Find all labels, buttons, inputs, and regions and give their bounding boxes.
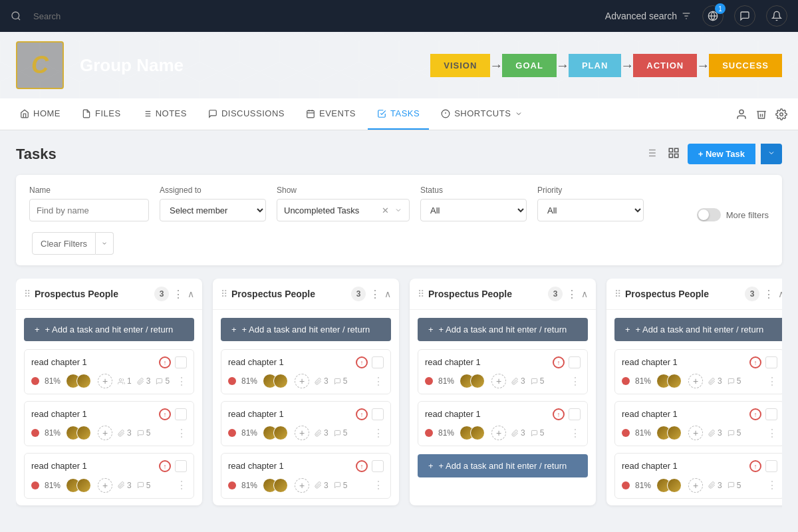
nav-shortcuts[interactable]: SHORTCUTS — [432, 98, 532, 130]
filter-status-select[interactable]: All — [420, 199, 527, 221]
col-3-chevron[interactable]: ∧ — [581, 289, 588, 299]
new-task-dropdown-button[interactable] — [761, 144, 782, 164]
add-avatar-button[interactable]: + — [98, 478, 112, 493]
task-checkbox[interactable] — [372, 356, 384, 368]
clear-filters-button[interactable]: Clear Filters — [32, 232, 96, 255]
col-1-drag-handle[interactable]: ⠿ — [24, 289, 31, 299]
step-success-button[interactable]: SUCCESS — [709, 54, 782, 77]
task-more-button[interactable]: ⋮ — [767, 375, 777, 388]
col-2-drag-handle[interactable]: ⠿ — [221, 289, 227, 299]
add-avatar-button[interactable]: + — [491, 374, 506, 388]
task-meta: 81% + 3 — [228, 426, 384, 440]
task-checkbox[interactable] — [175, 408, 187, 420]
task-more-button[interactable]: ⋮ — [570, 427, 581, 440]
bell-button[interactable] — [766, 5, 787, 27]
comments-count: 5 — [137, 428, 151, 438]
task-checkbox[interactable] — [569, 356, 581, 368]
trash-icon[interactable] — [755, 108, 767, 120]
task-more-button[interactable]: ⋮ — [767, 479, 777, 491]
task-more-button[interactable]: ⋮ — [176, 427, 187, 440]
comments-count: 5 — [334, 376, 348, 386]
clear-filters-dropdown-button[interactable] — [96, 232, 114, 255]
settings-icon[interactable] — [775, 108, 787, 120]
comment-icon — [137, 430, 144, 437]
grid-view-button[interactable] — [665, 144, 682, 164]
filter-show-tag[interactable]: Uncompleted Tasks ✕ — [277, 199, 410, 221]
task-checkbox[interactable] — [372, 460, 384, 472]
add-avatar-button[interactable]: + — [98, 426, 112, 440]
col-2-add-icon: + — [231, 325, 237, 334]
nav-home[interactable]: HOME — [11, 98, 70, 130]
col-4-add-task-button[interactable]: + + Add a task and hit enter / return — [614, 318, 782, 341]
add-avatar-button[interactable]: + — [688, 374, 703, 388]
step-vision-button[interactable]: VISION — [430, 54, 490, 77]
task-more-button[interactable]: ⋮ — [767, 427, 777, 440]
col-4-drag-handle[interactable]: ⠿ — [614, 289, 621, 299]
col-3-add-task-top-button[interactable]: + + Add a task and hit enter / return — [418, 318, 588, 341]
nav-events[interactable]: EVENTS — [297, 98, 365, 130]
filter-assigned-select[interactable]: Select member — [160, 199, 266, 221]
col-3-menu[interactable]: ⋮ — [567, 288, 577, 301]
advanced-search-area[interactable]: Advanced search — [605, 11, 692, 21]
task-checkbox[interactable] — [175, 356, 187, 368]
task-title-row: read chapter 1 ↑ — [622, 408, 777, 420]
nav-discussions[interactable]: DISCUSSIONS — [199, 98, 294, 130]
task-more-button[interactable]: ⋮ — [373, 427, 384, 440]
list-view-button[interactable] — [642, 144, 660, 164]
col-4-count: 3 — [745, 287, 759, 301]
nav-notes[interactable]: NOTES — [133, 98, 196, 130]
col-2-add-task-button[interactable]: + + Add a task and hit enter / return — [221, 318, 391, 341]
globe-button[interactable]: 1 — [702, 5, 724, 27]
priority-icon: ↑ — [356, 356, 368, 368]
search-input[interactable] — [27, 5, 160, 27]
nav-tasks[interactable]: TASKS — [368, 98, 429, 130]
chat-button[interactable] — [734, 5, 755, 27]
col-4-menu[interactable]: ⋮ — [763, 288, 774, 301]
nav-tasks-label: TASKS — [390, 108, 420, 118]
col-1-chevron[interactable]: ∧ — [188, 289, 194, 299]
step-goal-button[interactable]: GOAL — [502, 54, 557, 77]
task-checkbox[interactable] — [372, 408, 384, 420]
more-filters-toggle[interactable] — [697, 208, 721, 221]
filter-show-clear[interactable]: ✕ — [382, 205, 389, 215]
task-checkbox[interactable] — [765, 460, 777, 472]
avatars — [66, 426, 91, 440]
nav-files[interactable]: FILES — [72, 98, 130, 130]
add-avatar-button[interactable]: + — [295, 374, 309, 388]
col-1-add-task-button[interactable]: + + Add a task and hit enter / return — [24, 318, 194, 341]
tasks-controls: + New Task — [642, 144, 782, 164]
col-2-chevron[interactable]: ∧ — [384, 289, 391, 299]
new-task-button[interactable]: + New Task — [688, 144, 755, 164]
add-avatar-button[interactable]: + — [688, 426, 703, 440]
tasks-title: Tasks — [16, 146, 57, 163]
add-avatar-button[interactable]: + — [98, 374, 112, 388]
kanban-board: ⠿ Prospectus People 3 ⋮ ∧ + + Add a task… — [16, 279, 782, 516]
add-avatar-button[interactable]: + — [688, 478, 703, 493]
add-avatar-button[interactable]: + — [295, 478, 309, 493]
task-card: read chapter 1 ↑ 81% + — [24, 349, 194, 394]
task-checkbox[interactable] — [765, 356, 777, 368]
col-1-menu[interactable]: ⋮ — [173, 288, 184, 301]
task-more-button[interactable]: ⋮ — [373, 479, 384, 491]
col-3-drag-handle[interactable]: ⠿ — [418, 289, 424, 299]
task-more-button[interactable]: ⋮ — [373, 375, 384, 388]
members-icon — [118, 378, 125, 385]
add-avatar-button[interactable]: + — [295, 426, 309, 440]
filter-name-input[interactable] — [29, 199, 149, 221]
col-3-add-task-bottom-button[interactable]: + + Add a task and hit enter / return — [418, 454, 588, 477]
task-more-button[interactable]: ⋮ — [176, 375, 187, 388]
user-icon[interactable] — [735, 108, 747, 120]
col-4-chevron[interactable]: ∧ — [778, 289, 782, 299]
task-checkbox[interactable] — [765, 408, 777, 420]
task-more-button[interactable]: ⋮ — [176, 479, 187, 491]
task-more-button[interactable]: ⋮ — [570, 375, 581, 388]
filter-priority-select[interactable]: All — [537, 199, 644, 221]
step-action-button[interactable]: ACTION — [633, 54, 697, 77]
more-filters-label: More filters — [726, 210, 769, 220]
priority-icon: ↑ — [159, 460, 171, 472]
task-checkbox[interactable] — [569, 408, 581, 420]
task-checkbox[interactable] — [175, 460, 187, 472]
step-plan-button[interactable]: PLAN — [569, 54, 621, 77]
add-avatar-button[interactable]: + — [491, 426, 506, 440]
col-2-menu[interactable]: ⋮ — [370, 288, 380, 301]
